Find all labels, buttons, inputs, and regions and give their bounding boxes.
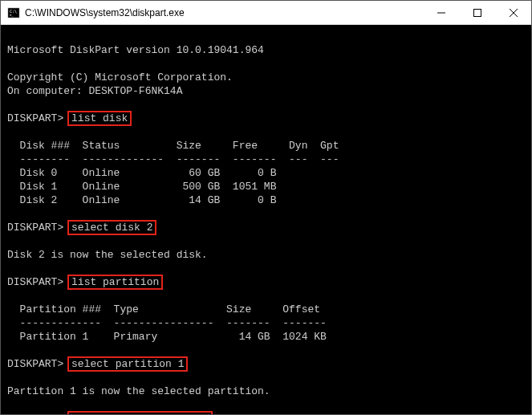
command-list-disk: list disk [67, 111, 132, 126]
app-icon: C:\ >_ [7, 6, 20, 19]
command-format: format fs=fat32 quick [67, 411, 213, 414]
prompt: DISKPART> [7, 413, 63, 414]
title-bar: C:\ >_ C:\WINDOWS\system32\diskpart.exe [1, 1, 531, 25]
table-row: Disk 1 Online 500 GB 1051 MB [7, 181, 276, 193]
prompt: DISKPART> [7, 276, 63, 288]
disk-table-header: Disk ### Status Size Free Dyn Gpt [7, 140, 339, 152]
prompt: DISKPART> [7, 112, 63, 124]
partition-table-header: Partition ### Type Size Offset [7, 303, 320, 315]
prompt: DISKPART> [7, 222, 63, 234]
version-line: Microsoft DiskPart version 10.0.19041.96… [7, 44, 264, 56]
selected-partition-msg: Partition 1 is now the selected partitio… [7, 385, 270, 397]
partition-table-separator: ------------- ---------------- ------- -… [7, 317, 327, 329]
svg-rect-4 [473, 9, 481, 16]
terminal-output[interactable]: Microsoft DiskPart version 10.0.19041.96… [1, 25, 531, 414]
prompt: DISKPART> [7, 358, 63, 370]
minimize-button[interactable] [423, 1, 459, 24]
table-row: Disk 2 Online 14 GB 0 B [7, 194, 276, 206]
table-row: Partition 1 Primary 14 GB 1024 KB [7, 331, 327, 343]
computer-line: On computer: DESKTOP-F6NK14A [7, 85, 182, 97]
selected-disk-msg: Disk 2 is now the selected disk. [7, 249, 208, 261]
copyright-line: Copyright (C) Microsoft Corporation. [7, 71, 233, 83]
window-title: C:\WINDOWS\system32\diskpart.exe [25, 7, 423, 18]
table-row: Disk 0 Online 60 GB 0 B [7, 167, 276, 179]
command-select-partition: select partition 1 [67, 356, 188, 372]
disk-table-separator: -------- ------------- ------- ------- -… [7, 153, 339, 165]
command-select-disk: select disk 2 [67, 220, 156, 235]
svg-text:>_: >_ [10, 13, 14, 17]
command-list-partition: list partition [67, 275, 163, 290]
close-button[interactable] [495, 1, 531, 24]
maximize-button[interactable] [459, 1, 495, 24]
window-controls [423, 1, 531, 24]
